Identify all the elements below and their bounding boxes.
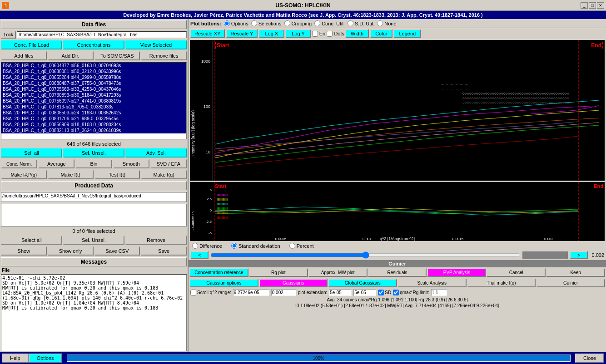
list-item[interactable]: BSA_20_HPLC_lt_q0_00630081-bi50_3212-0_0… <box>1 69 186 74</box>
list-item[interactable]: BSA_20_HPLC_lt_q0_00882113-bi17_3624-0_0… <box>1 128 186 133</box>
remove-btn[interactable]: Remove <box>125 236 187 245</box>
conc-file-load-btn[interactable]: Conc. File Load <box>1 40 62 49</box>
list-item[interactable]: BSA_20_HPLC_lt_q0_00604877-bi56_0163-0_0… <box>1 63 186 69</box>
radio-conc-util[interactable]: Conc. Util. <box>314 20 345 26</box>
add-files-btn[interactable]: Add files <box>1 51 47 60</box>
sd-checkbox[interactable]: SD <box>378 290 391 295</box>
list-item[interactable]: BSA_20_HPLC_lt_q0_007813-bi26_705-0_0038… <box>1 104 186 110</box>
color-btn[interactable]: Color <box>370 29 392 38</box>
sel-unsel-btn[interactable]: Sel. Unsel. <box>63 148 124 157</box>
svg-text:◇◇◇◇◇◇◇◇◇◇◇◇◇◇◇◇◇◇◇◇◇◇◇◇◇◇◇◇◇◇: ◇◇◇◇◇◇◇◇◇◇◇◇◇◇◇◇◇◇◇◇◇◇◇◇◇◇◇◇◇◇◇◇◇◇◇◇◇◇◇◇… <box>462 101 569 104</box>
approx-mw-plot-btn[interactable]: Approx. MW plot <box>308 268 368 277</box>
save-csv-btn[interactable]: Save CSV <box>94 246 140 256</box>
plot-ext-val1[interactable] <box>329 289 352 296</box>
make-it-btn[interactable]: Make I(t) <box>48 170 94 179</box>
svg-text:-2.5: -2.5 <box>205 220 212 224</box>
close-btn[interactable]: Close <box>575 354 604 363</box>
guinier-btn[interactable]: Guinier <box>536 279 605 287</box>
gaussians-btn[interactable]: Gaussians <box>259 279 328 287</box>
width-btn[interactable]: Width <box>345 29 369 38</box>
produced-list[interactable] <box>1 204 187 226</box>
list-item[interactable]: BSA_20_HPLC_lt_q0_00680487-bi37_6755-0_0… <box>1 80 186 86</box>
difference-radio[interactable]: Difference <box>192 243 222 249</box>
residuals-btn[interactable]: Residuals <box>368 268 427 277</box>
legend-btn[interactable]: Legend <box>393 29 421 38</box>
scroll-checkbox[interactable]: Scroll q^2 range: <box>190 290 231 295</box>
lock-button[interactable]: Lock <box>1 31 16 39</box>
nav-row: < > 0.002 <box>189 250 606 260</box>
sel-unsel2-btn[interactable]: Sel. Unsel. <box>63 236 124 245</box>
help-btn[interactable]: Help <box>2 354 29 363</box>
file-list[interactable]: BSA_20_HPLC_lt_q0_00604877-bi56_0163-0_0… <box>1 62 187 139</box>
list-item[interactable]: BSA_20_HPLC_lt_q0_00730893-bi30_5184-0_0… <box>1 92 186 98</box>
std-dev-radio[interactable]: Standard deviation <box>231 243 280 249</box>
average-btn[interactable]: Average <box>38 159 75 168</box>
list-item[interactable]: BSA_20_HPLC_lt_q0_00705569-bi33_4253-0_0… <box>1 86 186 92</box>
svg-text:|||||||||||||||: ||||||||||||||| <box>217 202 228 205</box>
keep-btn[interactable]: Keep <box>546 268 605 277</box>
show-only-btn[interactable]: Show only <box>48 246 94 256</box>
log-y-btn[interactable]: Log Y <box>285 29 311 38</box>
err-checkbox[interactable]: Err <box>312 31 326 37</box>
view-selected-btn[interactable]: View Selected <box>125 40 187 49</box>
plot-ext-val2[interactable] <box>353 289 376 296</box>
messages-area[interactable]: 4.51e-01 r-chi 5.72e-02 SD on Vc[T] 5.0e… <box>1 274 187 351</box>
dots-checkbox[interactable]: Dots <box>327 31 344 37</box>
concentration-reference-btn[interactable]: Concentration reference <box>189 268 248 277</box>
trial-make-iq-btn[interactable]: Trial make I(q) <box>467 279 536 287</box>
produced-data-header: Produced Data <box>1 181 187 190</box>
svg-text:0: 0 <box>210 208 212 212</box>
log-x-btn[interactable]: Log X <box>258 29 284 38</box>
make-iq-btn[interactable]: Make I(q) <box>141 170 187 179</box>
radio-sd-util[interactable]: S.D. Util. <box>348 20 374 26</box>
nav-left-btn[interactable]: < <box>190 251 209 259</box>
list-item[interactable]: BSA_20_HPLC_lt_q0_00655284-bi44_2999-0_0… <box>1 74 186 80</box>
save-btn[interactable]: Save <box>141 246 187 256</box>
options-btn[interactable]: Options <box>29 354 62 363</box>
list-item[interactable]: BSA_20_HPLC_lt_q0_00756097-bi27_4741-0_0… <box>1 98 186 104</box>
adv-sel-btn[interactable]: Adv. Sel. <box>125 148 187 157</box>
radio-selections[interactable]: Selections <box>251 20 282 26</box>
make-if-btn[interactable]: Make I#,I*(q) <box>1 170 47 179</box>
add-dir-btn[interactable]: Add Dir. <box>48 51 94 60</box>
percent-radio[interactable]: Percent <box>289 243 314 249</box>
radio-none[interactable]: None <box>377 20 396 26</box>
scroll-q2-min[interactable] <box>233 289 269 296</box>
message-line: SD on Vc[T] 1.0e+02 Qr[T] 1.04e+04 MW[RT… <box>2 300 185 305</box>
select-all-btn[interactable]: Select all <box>1 236 62 245</box>
to-somo-btn[interactable]: To SOMO/SAS <box>94 51 140 60</box>
nav-right-btn[interactable]: > <box>570 251 588 259</box>
remove-files-btn[interactable]: Remove files <box>141 51 187 60</box>
scroll-q2-max[interactable] <box>271 289 296 296</box>
bin-btn[interactable]: Bin <box>75 159 112 168</box>
list-item[interactable]: BSA_20_HPLC_lt_q0_00806503-bi24_1193-0_0… <box>1 110 186 116</box>
sel-all-btn[interactable]: Sel. all <box>1 148 62 157</box>
qmax-rg-limit[interactable] <box>431 289 447 296</box>
show-btn[interactable]: Show <box>1 246 47 256</box>
conc-norm-btn[interactable]: Conc. Norm. <box>1 159 37 168</box>
test-it-btn[interactable]: Test I(t) <box>94 170 140 179</box>
list-item[interactable]: BSA_20_HPLC_lt_q0_00831706-bi21_989-0_00… <box>1 116 186 122</box>
global-gaussians-btn[interactable]: Global Gaussians <box>328 279 397 287</box>
rg-plot-btn[interactable]: Rg plot <box>249 268 308 277</box>
qmax-checkbox[interactable]: qmax*Rg limit: <box>393 290 429 295</box>
list-item[interactable]: BSA_20_HPLC_lt_q0_00856909-bi18_8103-0_0… <box>1 122 186 128</box>
close-btn[interactable]: ✕ <box>597 2 604 9</box>
pvp-analysis-btn[interactable]: PVP Analysis <box>427 268 486 277</box>
cancel-btn[interactable]: Cancel <box>487 268 546 277</box>
restore-btn[interactable]: □ <box>589 2 596 9</box>
radio-options[interactable]: Options <box>224 20 248 26</box>
rescale-xy-btn[interactable]: Rescale XY <box>190 29 225 38</box>
nav-slider[interactable] <box>210 251 521 259</box>
rescale-y-btn[interactable]: Rescale Y <box>226 29 258 38</box>
nav-scrollbar[interactable] <box>522 251 568 259</box>
svd-efa-btn[interactable]: SVD / EFA <box>150 159 187 168</box>
gaussian-options-btn[interactable]: Gaussian options <box>189 279 258 287</box>
minimize-btn[interactable]: _ <box>581 2 588 9</box>
main-plot-svg: 1000 100 10 ◇◇◇◇◇◇◇◇◇◇◇◇◇◇◇◇◇◇◇◇◇◇◇◇◇◇◇◇… <box>190 40 605 181</box>
scale-analysis-btn[interactable]: Scale Analysis <box>397 279 467 287</box>
concentrations-btn[interactable]: Concentrations <box>63 40 124 49</box>
smooth-btn[interactable]: Smooth <box>113 159 149 168</box>
file-label: File <box>0 267 188 273</box>
radio-cropping[interactable]: Cropping <box>284 20 312 26</box>
